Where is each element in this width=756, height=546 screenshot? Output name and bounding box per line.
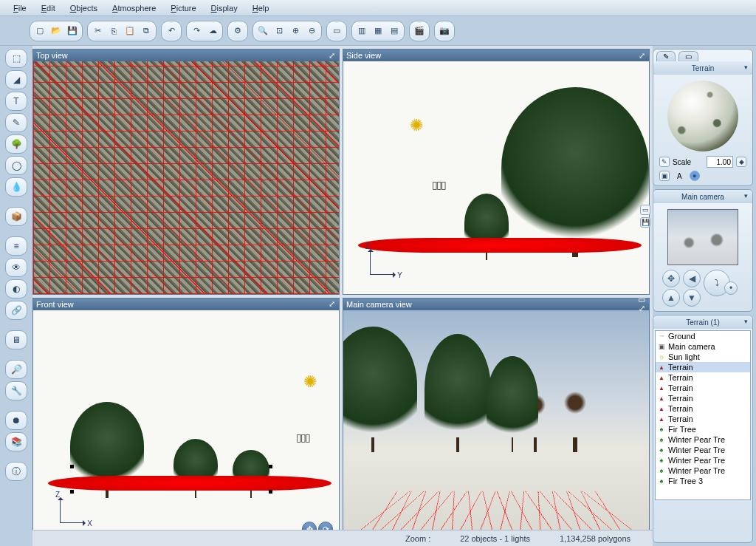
selection-handle[interactable] [70,465,74,468]
duplicate-button[interactable]: ⧉ [138,23,154,39]
save-button[interactable]: 💾 [64,23,80,39]
visibility-tool[interactable]: 👁 [5,258,27,277]
collapse-icon[interactable]: ▾ [741,63,750,72]
selection-handle[interactable] [269,465,272,468]
alpha-picker-icon[interactable]: ● [690,171,700,181]
list-item[interactable]: Winter Pear Tre [656,434,750,445]
maximize-icon[interactable]: ⤢ [327,300,336,309]
list-item-label: Winter Pear Tre [668,446,725,454]
zoom-fit-button[interactable]: ⊡ [271,23,287,39]
list-item[interactable]: Main camera [656,341,750,352]
menu-objects[interactable]: Objects [63,1,105,15]
open-button[interactable]: 📂 [48,23,64,39]
water-tool[interactable]: 💧 [5,177,27,197]
select-tool[interactable]: ⬚ [5,49,27,68]
plant-tool[interactable]: 🌳 [5,134,27,154]
camera-gizmo[interactable]: ▯▯▯ [296,431,309,443]
list-item[interactable]: Terrain [656,372,750,383]
menu-display[interactable]: Display [204,1,245,15]
menu-edit[interactable]: Edit [34,1,63,15]
zoom-out-button[interactable]: ⊖ [303,23,320,39]
nav-dot-button[interactable]: • [724,281,738,295]
zoom-in-button[interactable]: 🔍 [255,23,271,39]
primitive-tool[interactable]: ◯ [5,156,27,175]
camera-gizmo[interactable]: ▯▯▯ [432,179,445,191]
list-item[interactable]: Winter Pear Tre [656,465,750,476]
list-item[interactable]: Ground [656,331,750,341]
top-viewport[interactable]: Top view ⤢ [32,49,340,295]
material-preview-sphere[interactable] [667,81,738,151]
list-item[interactable]: Terrain [656,362,750,372]
nav-cross-button[interactable]: ✥ [662,270,680,287]
render-button[interactable]: 🎬 [411,23,427,39]
import-tool[interactable]: 📦 [5,207,27,226]
menu-atmosphere[interactable]: Atmosphere [105,1,163,15]
collapse-icon[interactable]: ▾ [741,317,750,326]
layout-3-button[interactable]: ▤ [386,23,402,39]
redo-button[interactable]: ↷ [188,23,205,39]
other-tab[interactable]: ▭ [678,51,698,61]
layout-2-button[interactable]: ▦ [370,23,386,39]
nav-down-button[interactable]: ▼ [683,289,701,307]
list-item-label: Terrain [668,404,693,413]
record-tool[interactable]: ⏺ [5,411,27,430]
cut-button[interactable]: ✂ [89,23,106,39]
list-item-label: Terrain [668,414,693,423]
pen-tool[interactable]: ✎ [5,113,27,132]
atmosphere-button[interactable]: ☁ [205,23,221,39]
object-list[interactable]: GroundMain cameraSun lightTerrainTerrain… [655,330,751,500]
link-tool[interactable]: 🔗 [5,301,27,320]
inspect-tool[interactable]: 🔎 [5,360,27,379]
sun-gizmo[interactable]: ✺ [303,372,317,392]
list-item[interactable]: Sun light [656,352,750,362]
list-item[interactable]: Winter Pear Tre [656,445,750,455]
list-item[interactable]: Terrain [656,403,750,414]
nav-left-button[interactable]: ◀ [683,270,701,287]
list-item[interactable]: Terrain [656,393,750,403]
edit-material-icon[interactable]: ✎ [659,157,670,167]
collapse-icon[interactable]: ▾ [741,191,750,200]
maximize-icon[interactable]: ⤢ [637,304,646,313]
camera-render-button[interactable]: 📷 [436,23,453,39]
list-item[interactable]: Terrain [656,414,750,424]
sun-gizmo[interactable]: ✺ [410,116,423,135]
list-item[interactable]: Winter Pear Tre [656,455,750,465]
cam-opt-1-icon[interactable]: ▭ [640,205,650,215]
zoom-label: Zoom : [398,534,438,543]
render-opts-button[interactable]: ⚙ [230,23,246,39]
main-camera-viewport[interactable]: Main camera view ▭ ⤢ [343,298,650,544]
material-tab[interactable]: ✎ [656,51,676,61]
maximize-icon[interactable]: ⤢ [637,51,646,60]
wrench-tool[interactable]: 🔧 [5,381,27,400]
alpha-icon[interactable]: ▣ [659,171,670,181]
zoom-sel-button[interactable]: ⊕ [287,23,303,39]
scale-stepper-icon[interactable]: ◆ [736,157,746,167]
text-tool[interactable]: T [5,92,27,111]
front-viewport[interactable]: Front view ⤢ ✺ ▯▯▯ Z X ✥ ⟳ [32,298,340,544]
move-tool[interactable]: ◢ [5,70,27,89]
nav-up-button[interactable]: ▲ [662,289,680,307]
menu-file[interactable]: File [6,1,34,15]
layout-1-button[interactable]: ▥ [354,23,370,39]
monitor-tool[interactable]: 🖥 [5,330,27,349]
list-item[interactable]: Fir Tree [656,424,750,434]
selection-handle[interactable] [269,490,272,494]
camera-thumbnail[interactable] [667,209,738,265]
new-button[interactable]: ▢ [32,23,48,39]
mask-tool[interactable]: ◐ [5,279,27,298]
paste-button[interactable]: 📋 [122,23,138,39]
single-view-button[interactable]: ▭ [329,23,345,39]
library-tool[interactable]: 📚 [5,432,27,451]
cam-opt-2-icon[interactable]: 💾 [640,217,650,228]
scale-input[interactable] [707,156,733,168]
menu-picture[interactable]: Picture [163,1,203,15]
list-item[interactable]: Fir Tree 3 [656,476,750,486]
list-item[interactable]: Terrain [656,383,750,393]
copy-button[interactable]: ⎘ [106,23,122,39]
side-viewport[interactable]: Side view ⤢ ✺ ▯▯▯ Z Y [343,49,650,295]
maximize-icon[interactable]: ⤢ [327,51,336,60]
info-tool[interactable]: ⓘ [5,462,27,481]
menu-help[interactable]: Help [245,1,277,15]
undo-button[interactable]: ↶ [163,23,179,39]
layers-tool[interactable]: ≡ [5,236,27,256]
